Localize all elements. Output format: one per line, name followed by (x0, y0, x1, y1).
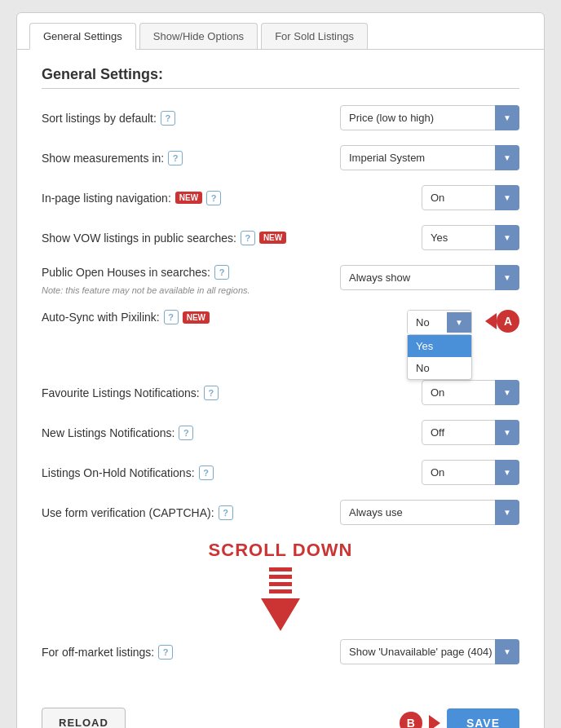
on-hold-label: Listings On-Hold Notifications: ? (42, 465, 422, 480)
off-market-help[interactable]: ? (158, 645, 173, 660)
inpage-nav-new-badge: NEW (175, 192, 202, 204)
tab-general-settings[interactable]: General Settings (29, 23, 136, 50)
save-wrapper: B SAVE (400, 708, 519, 729)
tab-show-hide[interactable]: Show/Hide Options (139, 23, 258, 49)
favourite-dropdown-wrapper: On (422, 380, 519, 405)
on-hold-dropdown-wrapper: On (422, 460, 519, 485)
tab-sold-listings[interactable]: For Sold Listings (261, 23, 368, 49)
autosync-help[interactable]: ? (164, 310, 179, 324)
reload-button[interactable]: RELOAD (42, 708, 126, 728)
measurements-select[interactable]: Imperial System (340, 145, 519, 170)
off-market-row: For off-market listings: ? Show 'Unavail… (42, 639, 519, 664)
vow-dropdown-wrapper: Yes (422, 225, 519, 250)
inpage-nav-label: In-page listing navigation: NEW ? (42, 191, 422, 205)
on-hold-select[interactable]: On (422, 460, 519, 485)
new-notifications-row: New Listings Notifications: ? Off (42, 420, 519, 445)
sort-listings-label: Sort listings by default: ? (42, 111, 340, 126)
sort-listings-select[interactable]: Price (low to high) (340, 105, 519, 130)
annotation-a-arrow (485, 313, 497, 329)
new-notifications-help[interactable]: ? (179, 426, 193, 440)
new-notifications-select[interactable]: Off (422, 420, 519, 445)
vow-listings-label: Show VOW listings in public searches: ? … (42, 231, 422, 245)
autosync-new-badge: NEW (183, 311, 210, 324)
scroll-down-text: SCROLL DOWN (209, 540, 353, 561)
favourite-label: Favourite Listings Notifications: ? (42, 386, 422, 400)
off-market-select[interactable]: Show 'Unavailable' page (404) (340, 639, 519, 664)
scroll-line-3 (269, 582, 292, 586)
autosync-menu: Yes No (407, 335, 472, 380)
captcha-row: Use form verification (CAPTCHA): ? Alway… (42, 500, 519, 525)
autosync-dropdown-open: No ▼ Yes No (407, 310, 472, 335)
section-title: General Settings: (42, 66, 519, 83)
favourite-select[interactable]: On (422, 380, 519, 405)
sort-listings-dropdown-wrapper: Price (low to high) (340, 105, 519, 130)
vow-new-badge: NEW (259, 232, 286, 244)
inpage-nav-select[interactable]: On (422, 185, 519, 210)
new-notifications-label: New Listings Notifications: ? (42, 426, 422, 440)
scroll-arrow-down-icon (261, 598, 300, 631)
captcha-label: Use form verification (CAPTCHA): ? (42, 505, 340, 520)
sort-listings-help[interactable]: ? (161, 111, 175, 126)
open-houses-note: Note: this feature may not be available … (42, 285, 250, 295)
open-houses-help[interactable]: ? (214, 265, 229, 280)
annotation-b-arrow (429, 715, 440, 729)
inpage-nav-row: In-page listing navigation: NEW ? On (42, 185, 519, 210)
favourite-row: Favourite Listings Notifications: ? On (42, 380, 519, 405)
captcha-dropdown-wrapper: Always use (340, 500, 519, 525)
autosync-trigger-arrow[interactable]: ▼ (447, 312, 471, 333)
autosync-label: Auto-Sync with Pixilink: ? NEW (42, 310, 407, 324)
section-divider (42, 88, 519, 89)
measurements-dropdown-wrapper: Imperial System (340, 145, 519, 170)
open-houses-row: Public Open Houses in searches: ? Note: … (42, 265, 519, 295)
vow-help[interactable]: ? (241, 231, 255, 245)
tab-bar: General Settings Show/Hide Options For S… (17, 13, 544, 50)
inpage-nav-help[interactable]: ? (206, 191, 221, 205)
scroll-line-4 (269, 589, 292, 593)
captcha-select[interactable]: Always use (340, 500, 519, 525)
inpage-nav-dropdown-wrapper: On (422, 185, 519, 210)
settings-content: General Settings: Sort listings by defau… (17, 50, 544, 695)
sort-listings-row: Sort listings by default: ? Price (low t… (42, 105, 519, 130)
settings-panel: General Settings Show/Hide Options For S… (16, 12, 545, 728)
autosync-option-no[interactable]: No (408, 357, 471, 379)
scroll-down-section: SCROLL DOWN (42, 540, 519, 631)
on-hold-row: Listings On-Hold Notifications: ? On (42, 460, 519, 485)
autosync-trigger[interactable]: No ▼ (407, 310, 472, 335)
measurements-label: Show measurements in: ? (42, 151, 340, 165)
vow-select[interactable]: Yes (422, 225, 519, 250)
autosync-row: Auto-Sync with Pixilink: ? NEW No ▼ Yes … (42, 310, 519, 335)
open-houses-label: Public Open Houses in searches: ? Note: … (42, 265, 340, 295)
off-market-dropdown-wrapper: Show 'Unavailable' page (404) (340, 639, 519, 664)
open-houses-dropdown-wrapper: Always show (340, 265, 519, 290)
scroll-lines (269, 567, 292, 593)
annotation-a-circle: A (497, 310, 519, 333)
scroll-line-1 (269, 567, 292, 571)
measurements-help[interactable]: ? (168, 151, 183, 165)
measurements-row: Show measurements in: ? Imperial System (42, 145, 519, 170)
save-button[interactable]: SAVE (447, 708, 519, 729)
annotation-b-circle: B (400, 712, 422, 729)
autosync-trigger-text: No (408, 311, 447, 334)
autosync-option-yes[interactable]: Yes (408, 335, 471, 357)
off-market-label: For off-market listings: ? (42, 645, 340, 660)
annotation-a-wrapper: A (485, 310, 519, 333)
vow-listings-row: Show VOW listings in public searches: ? … (42, 225, 519, 250)
captcha-help[interactable]: ? (219, 505, 233, 520)
scroll-line-2 (269, 575, 292, 579)
new-notifications-dropdown-wrapper: Off (422, 420, 519, 445)
on-hold-help[interactable]: ? (199, 465, 214, 480)
button-row: RELOAD B SAVE (17, 695, 544, 728)
open-houses-select[interactable]: Always show (340, 265, 519, 290)
favourite-help[interactable]: ? (204, 386, 219, 400)
